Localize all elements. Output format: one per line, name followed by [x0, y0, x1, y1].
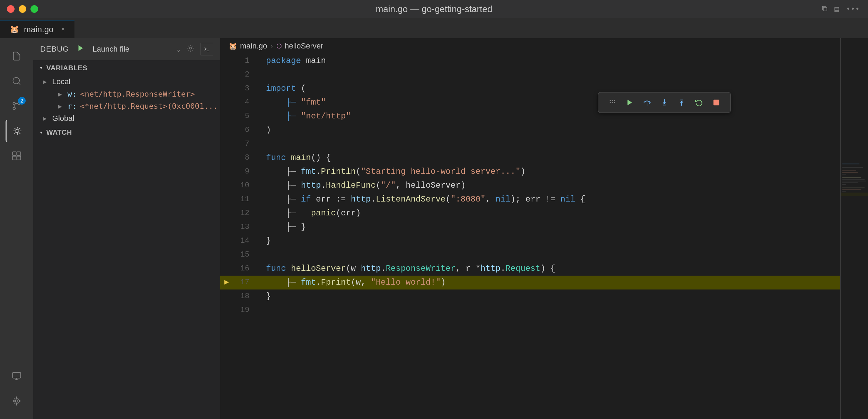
close-button[interactable] [7, 5, 15, 13]
file-icon: 🐹 [229, 42, 237, 50]
code-editor[interactable]: 1 package main 2 3 import ( [220, 54, 840, 419]
minimap [840, 38, 868, 419]
activity-item-debug[interactable] [6, 120, 28, 142]
maximize-button[interactable] [30, 5, 38, 13]
line-content-16: func helloServer(w http.ResponseWriter, … [258, 262, 840, 276]
line-number-2: 2 [233, 68, 258, 82]
activity-item-extensions[interactable] [6, 145, 28, 167]
activity-item-explorer[interactable] [6, 45, 28, 67]
titlebar: main.go — go-getting-started ⧉ ▤ ••• [0, 0, 868, 18]
variables-section-header[interactable]: ▾ VARIABLES [33, 60, 220, 75]
svg-line-1 [18, 83, 20, 84]
w-name: w: [68, 90, 77, 98]
activity-bar-bottom [6, 365, 28, 419]
svg-rect-39 [842, 181, 866, 181]
variables-chevron: ▾ [39, 64, 43, 71]
line-number-5: 5 [233, 109, 258, 123]
code-line: 9 ├─ fmt.Println("Starting hello-world s… [220, 165, 840, 179]
code-line: 15 [220, 248, 840, 262]
activity-bar: 2 [0, 38, 33, 419]
global-group[interactable]: ▶ Global [33, 112, 220, 125]
code-line: 4 ├─ "fmt" [220, 96, 840, 109]
line-number-9: 9 [233, 165, 258, 179]
activity-item-source-control[interactable]: 2 [6, 95, 28, 117]
svg-rect-11 [17, 156, 20, 160]
tab-label: main.go [24, 25, 53, 34]
line-number-1: 1 [233, 54, 258, 68]
svg-rect-43 [842, 189, 861, 190]
code-line: 3 import ( [220, 82, 840, 96]
line-number-8: 8 [233, 151, 258, 165]
debug-play-button[interactable] [75, 44, 86, 55]
svg-point-3 [13, 107, 16, 110]
tab-close-button[interactable]: × [61, 26, 65, 33]
debug-float-toolbar [598, 92, 731, 113]
breadcrumb-symbol: ⬡ helloServer [276, 42, 323, 51]
line-number-10: 10 [233, 179, 258, 193]
local-children: ▶ w: <net/http.ResponseWriter> ▶ r: <*ne… [33, 88, 220, 112]
activity-item-search[interactable] [6, 70, 28, 92]
line-content-12: ├─ panic(err) [258, 206, 840, 220]
line-number-7: 7 [233, 137, 258, 151]
global-label: Global [52, 114, 74, 123]
variable-r[interactable]: ▶ r: <*net/http.Request>(0xc0001... [42, 100, 220, 112]
config-dropdown-icon[interactable]: ⌄ [177, 45, 180, 53]
symbol-icon: ⬡ [276, 42, 282, 50]
debug-toolbar: DEBUG Launch file ⌄ [33, 38, 220, 60]
split-editor-icon[interactable]: ⧉ [822, 5, 827, 14]
svg-point-20 [612, 100, 613, 101]
debug-stop-button[interactable] [708, 95, 724, 110]
local-group[interactable]: ▶ Local [33, 75, 220, 88]
watch-section-header[interactable]: ▾ WATCH [33, 125, 220, 140]
line-number-15: 15 [233, 248, 258, 262]
variable-w[interactable]: ▶ w: <net/http.ResponseWriter> [42, 88, 220, 100]
debug-step-out-button[interactable] [674, 95, 690, 110]
svg-rect-45 [841, 193, 868, 196]
gutter-17: ▶ [220, 276, 233, 289]
code-line: 18 } [220, 289, 840, 303]
activity-item-helm[interactable] [6, 390, 28, 412]
source-control-badge: 2 [18, 97, 26, 105]
r-expand-icon: ▶ [58, 102, 62, 110]
line-number-6: 6 [233, 123, 258, 137]
debug-step-over-button[interactable] [639, 95, 655, 110]
debug-restart-button[interactable] [691, 95, 707, 110]
svg-rect-35 [842, 172, 858, 173]
editor-area: 🐹 main.go › ⬡ helloServer [220, 38, 840, 419]
debug-step-into-button[interactable] [656, 95, 672, 110]
line-number-19: 19 [233, 303, 258, 317]
line-content-10: ├─ http.HandleFunc("/", helloServer) [258, 179, 840, 193]
activity-item-remote[interactable] [6, 365, 28, 387]
minimize-button[interactable] [19, 5, 26, 13]
line-content-6: ) [258, 123, 840, 137]
tab-main-go[interactable]: 🐹 main.go × [0, 20, 74, 38]
toggle-sidebar-icon[interactable]: ▤ [834, 5, 839, 14]
debug-config-name: Launch file [92, 45, 170, 54]
svg-rect-10 [12, 156, 16, 160]
code-line: 19 [220, 303, 840, 317]
debug-continue-button[interactable] [622, 95, 638, 110]
debug-drag-handle[interactable] [604, 95, 620, 110]
line-number-18: 18 [233, 289, 258, 303]
code-line: 2 [220, 68, 840, 82]
line-number-12: 12 [233, 206, 258, 220]
svg-point-19 [610, 100, 611, 101]
line-number-4: 4 [233, 96, 258, 109]
more-actions-icon[interactable]: ••• [846, 5, 860, 14]
svg-rect-12 [12, 373, 20, 378]
line-number-3: 3 [233, 82, 258, 96]
debug-settings-icon[interactable] [187, 44, 194, 54]
breadcrumb-separator: › [270, 43, 274, 50]
tab-file-icon: 🐹 [10, 25, 19, 34]
debug-label: DEBUG [40, 45, 69, 54]
breadcrumb-symbol-name: helloServer [285, 42, 323, 51]
code-line: 6 ) [220, 123, 840, 137]
line-content-1: package main [258, 54, 840, 68]
svg-marker-16 [79, 45, 83, 51]
svg-point-17 [189, 47, 192, 49]
w-value: <net/http.ResponseWriter> [80, 90, 195, 98]
line-content-3: import ( [258, 82, 840, 96]
global-expand-icon: ▶ [43, 115, 47, 122]
debug-terminal-button[interactable] [201, 43, 213, 55]
line-number-13: 13 [233, 220, 258, 234]
